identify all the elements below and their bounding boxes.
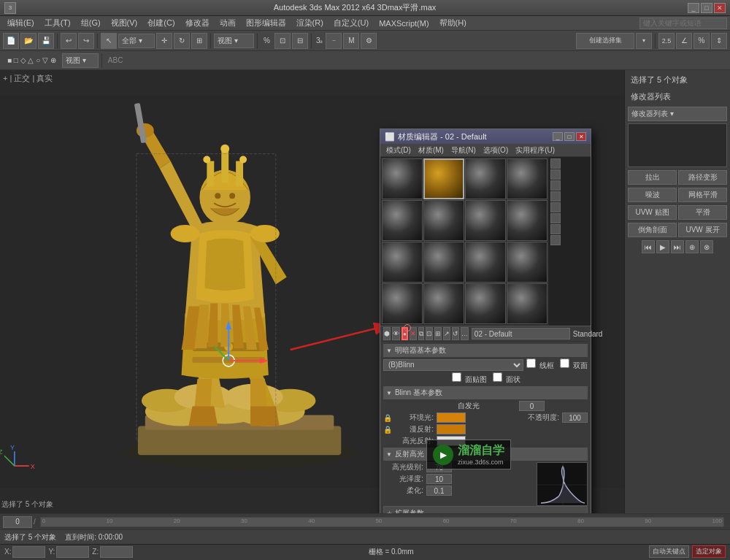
mod-btn-meshsmooth[interactable]: 网格平滑 (678, 188, 727, 202)
rp-next[interactable]: ⏭ (671, 240, 684, 253)
me-menu-utils[interactable]: 实用程序(U) (512, 144, 558, 157)
me-wire-check[interactable] (526, 358, 536, 368)
me-tool-copy[interactable]: ⧉ (418, 327, 424, 340)
menu-create[interactable]: 创建(C) (143, 16, 179, 30)
tb-undo[interactable]: ↩ (61, 33, 77, 49)
me-sphere-3-2[interactable] (423, 242, 464, 283)
me-ambient-swatch[interactable] (437, 413, 466, 423)
menu-tools[interactable]: 工具(T) (40, 16, 75, 30)
me-menu-options[interactable]: 选项(O) (480, 144, 511, 157)
mod-btn-bevel[interactable]: 倒角剖面 (628, 223, 677, 237)
me-tool-put[interactable]: ↗ (443, 327, 450, 340)
tb-save[interactable]: 💾 (38, 33, 54, 49)
menu-maxscript[interactable]: MAXScript(M) (374, 18, 433, 29)
me-sphere-4-3[interactable] (465, 283, 506, 324)
me-close[interactable]: ✕ (576, 132, 586, 141)
tb-percent-snap[interactable]: % (694, 33, 710, 49)
mod-btn-uvw[interactable]: UVW 贴图 (628, 205, 677, 220)
tb-scale[interactable]: ⊞ (191, 33, 207, 49)
me-sphere-2-4[interactable] (507, 200, 548, 241)
me-menu-material[interactable]: 材质(M) (415, 144, 447, 157)
menu-custom[interactable]: 自定义(U) (329, 16, 373, 30)
search-input[interactable] (639, 18, 727, 29)
tb-new[interactable]: 📄 (3, 33, 19, 49)
me-sphere-1-2[interactable] (423, 158, 464, 199)
tb2-view[interactable]: 视图 ▾ (62, 53, 99, 68)
tb-build-select[interactable]: 创建选择集 (576, 33, 634, 49)
me-menu-mode[interactable]: 模式(D) (383, 144, 414, 157)
me-tool-reset[interactable]: ↺ (452, 327, 459, 340)
rp-prev[interactable]: ⏮ (642, 240, 655, 253)
me-shader-select[interactable]: (B)Blinn (383, 359, 523, 371)
me-diffuse-swatch[interactable] (437, 424, 466, 434)
close-button[interactable]: ✕ (714, 3, 726, 13)
me-side-6[interactable] (550, 213, 561, 223)
me-tool-browse[interactable]: … (461, 327, 469, 340)
x-input[interactable] (12, 546, 45, 558)
me-side-1[interactable] (550, 158, 561, 169)
mod-btn-uvwunwrap[interactable]: UVW 展开 (678, 223, 727, 237)
me-soften-input[interactable] (426, 486, 452, 496)
menu-graph[interactable]: 图形编辑器 (242, 16, 291, 30)
me-side-5[interactable] (550, 202, 561, 212)
timeline-track[interactable]: 010203040 5060708090100 (40, 517, 724, 527)
menu-group[interactable]: 组(G) (77, 16, 105, 30)
menu-anim[interactable]: 动画 (215, 16, 240, 30)
tb-select-filter[interactable]: 全部 ▾ (118, 34, 155, 48)
me-side-2[interactable] (550, 169, 561, 180)
menu-modifier[interactable]: 修改器 (181, 16, 214, 30)
me-double-check[interactable] (560, 358, 569, 368)
me-gloss-input[interactable] (426, 474, 452, 484)
menu-help[interactable]: 帮助(H) (435, 16, 471, 30)
me-sphere-1-4[interactable] (507, 158, 548, 199)
mod-btn-noise[interactable]: 噪波 (628, 188, 677, 202)
tb-rotate[interactable]: ↻ (174, 33, 190, 49)
modifier-dropdown[interactable]: 修改器列表 ▾ (628, 107, 727, 121)
me-sphere-4-1[interactable] (382, 283, 423, 324)
tb-redo[interactable]: ↪ (78, 33, 94, 49)
me-side-8[interactable] (550, 235, 561, 245)
frame-number[interactable]: 0 (3, 516, 32, 528)
me-menu-nav[interactable]: 导航(N) (448, 144, 479, 157)
auto-key-btn[interactable]: 自动关键点 (649, 545, 689, 558)
me-sphere-4-4[interactable] (507, 283, 548, 324)
me-sphere-3-4[interactable] (507, 242, 548, 283)
me-sphere-1-3[interactable] (465, 158, 506, 199)
me-blinn-header[interactable]: ▼ Blinn 基本参数 (383, 386, 588, 399)
menu-edit[interactable]: 编辑(E) (3, 16, 39, 30)
minimize-button[interactable]: _ (688, 3, 699, 13)
mod-btn-pullout[interactable]: 拉出 (628, 170, 677, 185)
tb-named-select[interactable]: ▾ (636, 33, 652, 49)
tb-snap2d[interactable]: 2.5 (658, 33, 675, 49)
me-sphere-3-3[interactable] (465, 242, 506, 283)
tb-curve[interactable]: ~ (326, 33, 342, 49)
y-input[interactable] (56, 546, 89, 558)
me-facets-check[interactable] (493, 372, 502, 382)
viewport[interactable]: + | 正交 | 真实 (0, 70, 624, 513)
me-sphere-2-1[interactable] (382, 200, 423, 241)
me-basic-params-header[interactable]: ▼ 明暗器基本参数 (383, 344, 588, 357)
z-input[interactable] (100, 546, 133, 558)
tb-align[interactable]: ⊟ (292, 33, 308, 49)
me-sphere-1-1[interactable] (382, 158, 423, 199)
me-opacity-input[interactable] (562, 413, 588, 423)
mod-btn-pathdeform[interactable]: 路径变形 (678, 170, 727, 185)
menu-view[interactable]: 视图(V) (107, 16, 142, 30)
maximize-button[interactable]: □ (701, 3, 712, 13)
me-sphere-4-2[interactable] (423, 283, 464, 324)
tb-render-setup[interactable]: ⚙ (361, 33, 377, 49)
rp-misc2[interactable]: ⊗ (700, 240, 713, 253)
me-selfillum-input[interactable] (519, 401, 545, 411)
rp-misc1[interactable]: ⊕ (685, 240, 699, 253)
tb-angle-snap[interactable]: ∠ (676, 33, 692, 49)
me-maximize[interactable]: □ (564, 132, 575, 141)
me-side-7[interactable] (550, 224, 561, 234)
me-tool-show[interactable]: 👁 (392, 327, 400, 340)
menu-render[interactable]: 渲染(R) (292, 16, 328, 30)
me-material-name-input[interactable] (472, 328, 570, 340)
tb-spinner-snap[interactable]: ⇕ (711, 33, 727, 49)
set-key-btn[interactable]: 选定对象 (692, 545, 726, 558)
me-extend-params[interactable]: + 扩展参数 (383, 506, 588, 513)
tb-move[interactable]: ✛ (156, 33, 172, 49)
me-facemap-check[interactable] (452, 372, 461, 382)
